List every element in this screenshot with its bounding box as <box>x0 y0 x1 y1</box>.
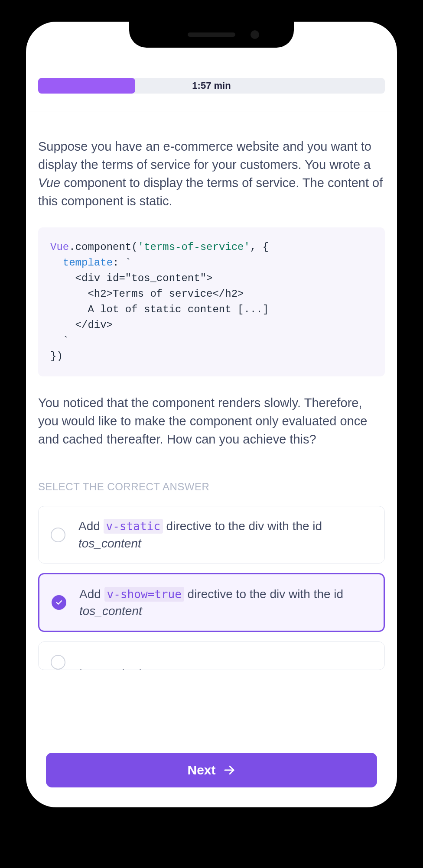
opt2-em: tos_content <box>79 604 142 618</box>
opt1-pre: Add <box>78 519 104 533</box>
code-template-key: template <box>63 257 113 269</box>
answer-option-3-text: tos_content <box>78 653 141 670</box>
opt3-em: tos_content <box>78 666 141 670</box>
code-class: Vue <box>50 241 69 253</box>
code-method: .component( <box>69 241 137 253</box>
header-divider <box>26 111 397 111</box>
answer-option-3-partial[interactable]: tos_content <box>38 641 385 670</box>
code-template-colon: : ` <box>113 257 131 269</box>
opt2-pre: Add <box>79 587 104 601</box>
question-intro-pre: Suppose you have an e-commerce website a… <box>38 139 371 172</box>
opt2-code: v-show=true <box>104 587 184 602</box>
code-close: }) <box>50 350 63 362</box>
next-button[interactable]: Next <box>46 753 377 787</box>
code-after-arg: , { <box>250 241 269 253</box>
question-intro-vue: Vue <box>38 176 60 190</box>
code-h2: <h2>Terms of service</h2> <box>50 288 244 300</box>
question-intro: Suppose you have an e-commerce website a… <box>38 137 385 210</box>
phone-notch <box>129 22 294 48</box>
camera-icon <box>251 30 259 39</box>
answer-option-2-text: Add v-show=true directive to the div wit… <box>79 586 371 619</box>
radio-checked-icon <box>52 595 66 610</box>
select-answer-label: SELECT THE CORRECT ANSWER <box>38 481 385 493</box>
radio-unchecked-icon <box>51 655 65 670</box>
next-button-label: Next <box>187 763 215 777</box>
opt1-code: v-static <box>104 519 163 534</box>
progress-fill <box>38 78 135 94</box>
opt1-em: tos_content <box>78 537 141 550</box>
code-div-open: <div id="tos_content"> <box>50 272 212 284</box>
speaker-icon <box>188 32 235 37</box>
phone-screen: 1:57 min Suppose you have an e-commerce … <box>26 22 397 807</box>
question-followup: You noticed that the component renders s… <box>38 394 385 448</box>
phone-frame: 1:57 min Suppose you have an e-commerce … <box>0 0 423 868</box>
code-div-close: </div> <box>50 319 113 331</box>
timer-progress-bar: 1:57 min <box>38 78 385 94</box>
question-intro-post: component to display the terms of servic… <box>38 176 383 208</box>
radio-unchecked-icon <box>51 528 65 542</box>
phone-body: 1:57 min Suppose you have an e-commerce … <box>17 13 406 816</box>
arrow-right-icon <box>223 764 236 777</box>
answer-option-1[interactable]: Add v-static directive to the div with t… <box>38 506 385 563</box>
timer-label: 1:57 min <box>192 80 231 91</box>
answer-option-1-text: Add v-static directive to the div with t… <box>78 518 372 551</box>
code-arg: 'terms-of-service' <box>138 241 250 253</box>
code-backtick: ` <box>50 335 69 347</box>
opt1-mid: directive to the div with the id <box>163 519 322 533</box>
quiz-content: 1:57 min Suppose you have an e-commerce … <box>26 22 397 807</box>
code-static: A lot of static content [...] <box>50 304 269 315</box>
answer-option-2[interactable]: Add v-show=true directive to the div wit… <box>38 573 385 632</box>
opt2-mid: directive to the div with the id <box>184 587 343 601</box>
code-block: Vue.component('terms-of-service', { temp… <box>38 227 385 376</box>
